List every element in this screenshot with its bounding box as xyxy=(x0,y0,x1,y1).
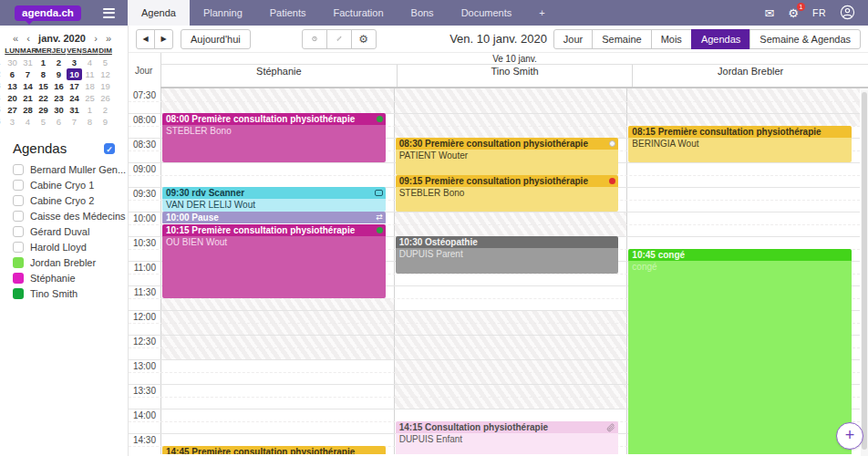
minical-day[interactable]: 8 xyxy=(82,116,98,128)
view-button-mois[interactable]: Mois xyxy=(651,29,692,49)
tab-bons[interactable]: Bons xyxy=(398,0,448,26)
event[interactable]: 14:15 Consultation physiothérapieDUPUIS … xyxy=(396,421,619,455)
agenda-column-tino-smith[interactable]: 08:30 Première consultation physiothérap… xyxy=(394,88,627,454)
minical-prev-year-icon[interactable]: « xyxy=(9,33,22,44)
agenda-list-item[interactable]: Bernard Muller Gen... xyxy=(0,161,128,177)
minical-day[interactable]: 21 xyxy=(20,92,36,104)
minical-day[interactable]: 5 xyxy=(36,116,51,128)
clock-button[interactable] xyxy=(302,29,327,49)
event[interactable]: 14:45 Première consultation physiothérap… xyxy=(162,446,386,455)
tab-facturation[interactable]: Facturation xyxy=(320,0,398,26)
allday-cell[interactable] xyxy=(397,78,633,87)
minical-prev-month-icon[interactable]: ‹ xyxy=(22,33,35,44)
event[interactable]: 08:15 Première consultation physiothérap… xyxy=(628,126,852,163)
tab-planning[interactable]: Planning xyxy=(190,0,256,26)
minical-day[interactable]: 31 xyxy=(67,104,82,116)
minical-day[interactable]: 31 xyxy=(20,57,36,68)
minical-day[interactable]: 23 xyxy=(51,92,67,104)
language-selector[interactable]: FR xyxy=(812,8,826,18)
agenda-list-item[interactable]: Tino Smith xyxy=(0,285,128,301)
minical-day[interactable]: 17 xyxy=(67,80,82,92)
minical-day[interactable]: 24 xyxy=(67,92,82,104)
today-button[interactable]: Aujourd'hui xyxy=(181,29,251,49)
event[interactable]: 10:00 Pause⇄ xyxy=(162,212,386,224)
minical-next-month-icon[interactable]: › xyxy=(89,33,102,44)
agenda-list-item[interactable]: Caisse des Médecins xyxy=(0,208,128,223)
hamburger-menu-icon[interactable] xyxy=(103,8,115,18)
agenda-list-item[interactable]: Harold Lloyd xyxy=(0,239,128,254)
view-button-semaine-agendas[interactable]: Semaine & Agendas xyxy=(749,29,861,49)
minical-day[interactable]: 11 xyxy=(82,68,98,80)
minical-day[interactable]: 16 xyxy=(51,80,67,92)
minical-day[interactable]: 27 xyxy=(5,104,20,116)
tab-patients[interactable]: Patients xyxy=(256,0,320,26)
minical-day[interactable]: 20 xyxy=(5,92,20,104)
minical-day[interactable]: 4 xyxy=(20,116,36,128)
agenda-list-item[interactable]: Cabine Cryo 1 xyxy=(0,177,128,192)
prev-day-button[interactable]: ◀ xyxy=(136,29,155,49)
minical-day[interactable]: 13 xyxy=(5,80,20,92)
settings-button[interactable]: ⚙ xyxy=(351,29,377,49)
agenda-checkbox[interactable] xyxy=(13,211,24,222)
minical-day[interactable]: 4 xyxy=(82,57,98,68)
next-day-button[interactable]: ▶ xyxy=(154,29,173,49)
minical-day[interactable]: 9 xyxy=(98,116,113,128)
event[interactable]: 10:30 OstéopathieDUPUIS Parent xyxy=(396,236,619,274)
event[interactable]: 08:00 Première consultation physiothérap… xyxy=(162,113,386,162)
event[interactable]: 10:45 congécongé xyxy=(628,249,852,455)
minical-day[interactable]: 12 xyxy=(98,68,113,80)
agenda-column-jordan-brebler[interactable]: 08:15 Première consultation physiothérap… xyxy=(626,88,860,454)
agenda-list-item[interactable]: Gérard Duval xyxy=(0,223,128,239)
agenda-checkbox[interactable] xyxy=(13,180,24,191)
agenda-list-item[interactable]: Cabine Cryo 2 xyxy=(0,192,128,208)
agenda-list-item[interactable]: Jordan Brebler xyxy=(0,254,128,270)
minical-day[interactable]: 3 xyxy=(67,57,82,68)
agendas-all-checkbox[interactable]: ✓ xyxy=(104,143,115,154)
minical-day[interactable]: 8 xyxy=(36,68,51,80)
minical-day[interactable]: 25 xyxy=(82,92,98,104)
agenda-column-st-phanie[interactable]: 08:00 Première consultation physiothérap… xyxy=(160,88,394,454)
minical-day[interactable]: 30 xyxy=(51,104,67,116)
agenda-checkbox[interactable] xyxy=(13,226,24,237)
agenda-checkbox[interactable] xyxy=(13,195,24,206)
add-event-button[interactable]: + xyxy=(836,422,863,450)
event[interactable]: 10:15 Première consultation physiothérap… xyxy=(162,224,386,298)
account-icon[interactable] xyxy=(840,5,855,22)
agenda-checkbox[interactable] xyxy=(13,257,24,268)
agenda-checkbox[interactable] xyxy=(13,242,24,253)
minical-day[interactable]: 10 xyxy=(67,68,82,80)
view-button-jour[interactable]: Jour xyxy=(553,29,593,49)
event[interactable]: 09:30 rdv ScannerVAN DER LELIJ Wout xyxy=(162,187,386,212)
minical-day[interactable]: 6 xyxy=(51,116,67,128)
minical-day[interactable]: 2 xyxy=(98,104,113,116)
minical-day[interactable]: 15 xyxy=(36,80,51,92)
allday-cell[interactable] xyxy=(632,78,868,87)
minical-day[interactable]: 26 xyxy=(98,92,113,104)
minical-day[interactable]: 3 xyxy=(5,116,20,128)
event[interactable]: 09:15 Première consultation physiothérap… xyxy=(396,175,619,212)
mail-icon[interactable]: ✉ xyxy=(764,7,774,19)
minical-day[interactable]: 2 xyxy=(51,57,67,68)
minical-next-year-icon[interactable]: » xyxy=(102,33,115,44)
event[interactable]: 08:30 Première consultation physiothérap… xyxy=(396,138,619,175)
agenda-checkbox[interactable] xyxy=(13,288,24,299)
minical-day[interactable]: 7 xyxy=(67,116,82,128)
minical-day[interactable]: 1 xyxy=(36,57,51,68)
minical-day[interactable]: 19 xyxy=(98,80,113,92)
agenda-checkbox[interactable] xyxy=(13,164,24,175)
logo[interactable]: agenda.ch xyxy=(15,5,81,21)
minical-day[interactable]: 1 xyxy=(82,104,98,116)
minical-day[interactable]: 30 xyxy=(5,57,20,68)
tab-+[interactable]: + xyxy=(525,0,558,26)
tab-documents[interactable]: Documents xyxy=(448,0,526,26)
minical-day[interactable]: 18 xyxy=(82,80,98,92)
minical-day[interactable]: 9 xyxy=(51,68,67,80)
minical-day[interactable]: 5 xyxy=(98,57,113,68)
brush-button[interactable] xyxy=(326,29,352,49)
gear-icon[interactable]: ⚙1 xyxy=(788,7,799,19)
tab-agenda[interactable]: Agenda xyxy=(128,0,190,26)
minical-day[interactable]: 29 xyxy=(36,104,51,116)
agenda-checkbox[interactable] xyxy=(13,273,24,284)
agenda-list-item[interactable]: Stéphanie xyxy=(0,270,128,285)
minical-day[interactable]: 7 xyxy=(20,68,36,80)
